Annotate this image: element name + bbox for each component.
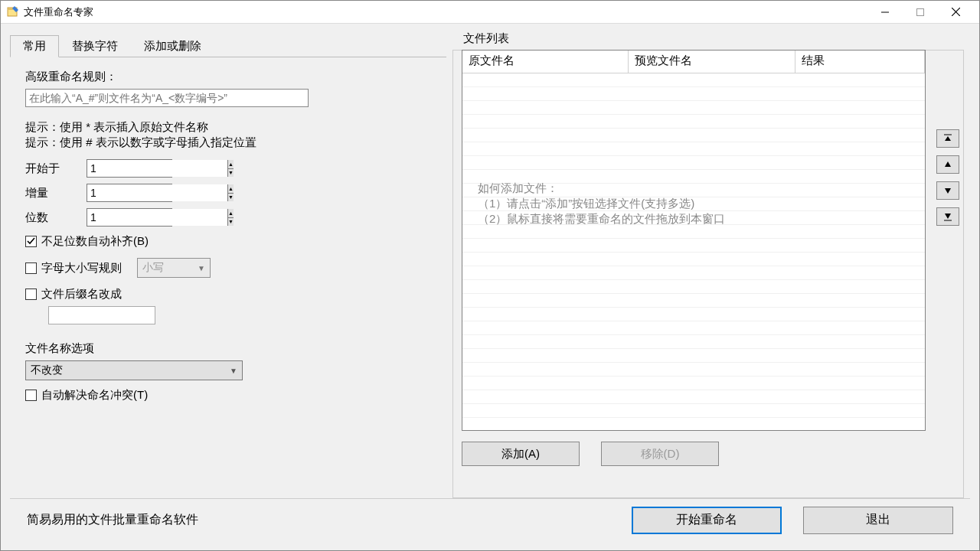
col-preview[interactable]: 预览文件名: [629, 51, 795, 73]
start-input[interactable]: [87, 160, 227, 177]
minimize-button[interactable]: [867, 1, 903, 24]
filelist-pane: 文件列表 原文件名 预览文件名 结果 如何添加文件： （1）请点击“添加”按钮: [446, 30, 970, 498]
col-original[interactable]: 原文件名: [462, 51, 629, 73]
chevron-down-icon[interactable]: ▼: [228, 169, 234, 178]
conflict-label: 自动解决命名冲突(T): [41, 388, 148, 403]
app-icon: [7, 6, 19, 18]
pad-label: 不足位数自动补齐(B): [41, 234, 149, 249]
tab-replace[interactable]: 替换字符: [59, 35, 131, 57]
col-result[interactable]: 结果: [795, 51, 925, 73]
remove-button[interactable]: 移除(D): [601, 442, 719, 466]
rule-pattern-input[interactable]: [25, 89, 309, 107]
svg-rect-2: [917, 8, 924, 15]
app-window: 文件重命名专家 常用 替换字符 添加或删除 高级重命名规则： 提示：使用 * 表…: [0, 0, 980, 551]
window-title: 文件重命名专家: [24, 5, 867, 19]
chevron-up-icon[interactable]: ▲: [228, 160, 234, 169]
nameopt-combo[interactable]: 不改变 ▼: [25, 360, 243, 380]
add-button[interactable]: 添加(A): [462, 442, 580, 466]
move-bottom-button[interactable]: [936, 207, 959, 226]
caserule-checkbox[interactable]: [25, 262, 37, 274]
hint-hash: 提示：使用 # 表示以数字或字母插入指定位置: [25, 135, 431, 150]
content-area: 常用 替换字符 添加或删除 高级重命名规则： 提示：使用 * 表示插入原始文件名…: [1, 24, 979, 550]
case-combo[interactable]: 小写 ▼: [137, 258, 211, 278]
tab-strip: 常用 替换字符 添加或删除: [10, 34, 446, 57]
tab-adddel[interactable]: 添加或删除: [131, 35, 214, 57]
digits-input[interactable]: [87, 209, 227, 226]
ext-checkbox[interactable]: [25, 289, 37, 300]
bottom-bar: 简易易用的文件批量重命名软件 开始重命名 退出: [10, 498, 970, 541]
title-bar: 文件重命名专家: [1, 1, 979, 24]
start-label: 开始于: [25, 161, 87, 176]
step-label: 增量: [25, 186, 87, 201]
digits-stepper[interactable]: ▲▼: [87, 208, 172, 227]
hint-asterisk: 提示：使用 * 表示插入原始文件名称: [25, 119, 431, 135]
chevron-down-icon[interactable]: ▼: [228, 194, 234, 202]
chevron-down-icon: ▼: [230, 367, 237, 375]
start-rename-button[interactable]: 开始重命名: [632, 507, 782, 534]
move-down-button[interactable]: [936, 181, 959, 200]
nameopt-value: 不改变: [31, 364, 63, 377]
chevron-down-icon: ▼: [198, 264, 205, 272]
digits-label: 位数: [25, 210, 87, 225]
pad-checkbox[interactable]: [25, 236, 37, 247]
filelist-title: 文件列表: [460, 31, 512, 46]
step-input[interactable]: [87, 184, 227, 201]
chevron-up-icon[interactable]: ▲: [228, 209, 234, 218]
close-button[interactable]: [938, 1, 973, 24]
file-list[interactable]: 原文件名 预览文件名 结果 如何添加文件： （1）请点击“添加”按钮选择文件(支…: [462, 50, 926, 431]
rule-label: 高级重命名规则：: [25, 70, 431, 84]
chevron-up-icon[interactable]: ▲: [228, 184, 234, 194]
conflict-checkbox[interactable]: [25, 390, 37, 401]
tab-common[interactable]: 常用: [10, 35, 59, 57]
step-stepper[interactable]: ▲▼: [87, 184, 172, 202]
maximize-button[interactable]: [903, 1, 938, 24]
exit-button[interactable]: 退出: [803, 507, 953, 534]
case-combo-value: 小写: [142, 261, 164, 275]
move-top-button[interactable]: [936, 129, 959, 148]
nameopt-label: 文件名称选项: [25, 341, 431, 356]
footer-slogan: 简易易用的文件批量重命名软件: [27, 512, 610, 528]
move-up-button[interactable]: [936, 155, 959, 174]
ext-input[interactable]: [48, 306, 155, 324]
start-stepper[interactable]: ▲▼: [87, 159, 172, 178]
settings-pane: 常用 替换字符 添加或删除 高级重命名规则： 提示：使用 * 表示插入原始文件名…: [10, 30, 446, 498]
chevron-down-icon[interactable]: ▼: [228, 218, 234, 227]
empty-hint: 如何添加文件： （1）请点击“添加”按钮选择文件(支持多选) （2）鼠标直接将需…: [478, 181, 910, 227]
caserule-label: 字母大小写规则: [41, 261, 122, 276]
ext-label: 文件后缀名改成: [41, 287, 122, 302]
